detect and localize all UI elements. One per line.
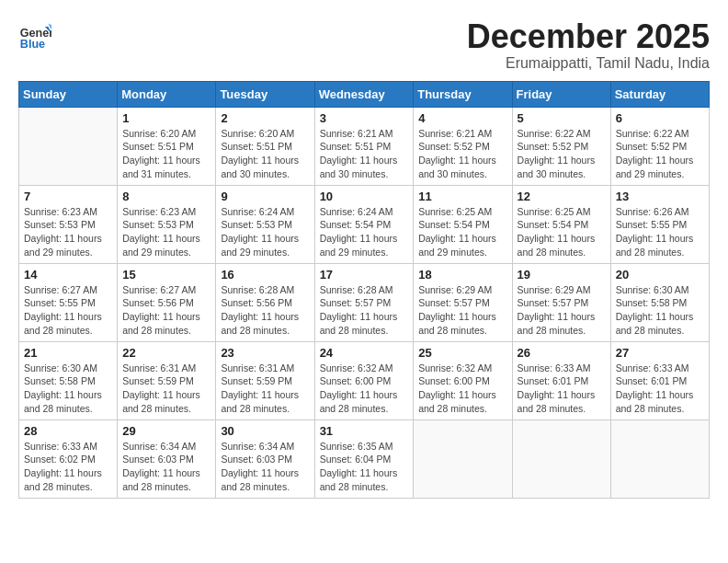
day-info: Sunrise: 6:28 AM Sunset: 5:56 PM Dayligh… [221,283,309,338]
calendar-cell: 22Sunrise: 6:31 AM Sunset: 5:59 PM Dayli… [118,341,216,419]
column-header-monday: Monday [118,81,216,107]
day-number: 20 [616,268,704,282]
week-row-4: 21Sunrise: 6:30 AM Sunset: 5:58 PM Dayli… [19,341,710,419]
day-info: Sunrise: 6:27 AM Sunset: 5:55 PM Dayligh… [24,283,112,338]
day-info: Sunrise: 6:25 AM Sunset: 5:54 PM Dayligh… [418,205,506,259]
calendar-cell: 6Sunrise: 6:22 AM Sunset: 5:52 PM Daylig… [610,107,709,185]
calendar-cell: 17Sunrise: 6:28 AM Sunset: 5:57 PM Dayli… [314,263,414,341]
day-number: 10 [320,190,409,203]
logo: General Blue [18,18,55,52]
logo-icon: General Blue [18,18,51,52]
day-info: Sunrise: 6:20 AM Sunset: 5:51 PM Dayligh… [221,127,309,181]
calendar-cell: 12Sunrise: 6:25 AM Sunset: 5:54 PM Dayli… [512,185,610,263]
calendar-cell: 9Sunrise: 6:24 AM Sunset: 5:53 PM Daylig… [216,185,314,263]
day-info: Sunrise: 6:29 AM Sunset: 5:57 PM Dayligh… [418,283,506,338]
day-info: Sunrise: 6:33 AM Sunset: 6:01 PM Dayligh… [616,362,704,416]
day-number: 22 [122,346,210,360]
calendar-cell: 18Sunrise: 6:29 AM Sunset: 5:57 PM Dayli… [414,263,512,341]
day-info: Sunrise: 6:34 AM Sunset: 6:03 PM Dayligh… [122,440,210,494]
month-title: December 2025 [467,18,710,55]
svg-text:Blue: Blue [20,38,45,51]
day-number: 17 [320,268,409,282]
day-info: Sunrise: 6:27 AM Sunset: 5:56 PM Dayligh… [122,283,210,338]
day-number: 28 [24,424,112,438]
page-header: General Blue December 2025 Erumaippatti,… [18,18,710,72]
day-info: Sunrise: 6:22 AM Sunset: 5:52 PM Dayligh… [518,127,606,181]
day-number: 31 [320,424,409,438]
calendar-cell: 28Sunrise: 6:33 AM Sunset: 6:02 PM Dayli… [19,419,118,498]
calendar-cell: 7Sunrise: 6:23 AM Sunset: 5:53 PM Daylig… [19,185,118,263]
calendar-cell: 31Sunrise: 6:35 AM Sunset: 6:04 PM Dayli… [314,419,414,498]
day-number: 25 [418,346,506,360]
calendar-cell: 8Sunrise: 6:23 AM Sunset: 5:53 PM Daylig… [118,185,216,263]
day-number: 15 [122,268,210,282]
title-block: December 2025 Erumaippatti, Tamil Nadu, … [467,18,710,72]
day-info: Sunrise: 6:35 AM Sunset: 6:04 PM Dayligh… [320,440,409,494]
day-number: 12 [518,190,606,203]
calendar-header-row: SundayMondayTuesdayWednesdayThursdayFrid… [19,81,710,107]
day-number: 5 [518,111,606,125]
column-header-friday: Friday [512,81,610,107]
day-number: 16 [221,268,309,282]
calendar-cell: 24Sunrise: 6:32 AM Sunset: 6:00 PM Dayli… [314,341,414,419]
day-info: Sunrise: 6:30 AM Sunset: 5:58 PM Dayligh… [616,283,704,338]
calendar-cell: 15Sunrise: 6:27 AM Sunset: 5:56 PM Dayli… [118,263,216,341]
column-header-saturday: Saturday [610,81,709,107]
day-number: 3 [320,111,409,125]
calendar-cell [414,419,512,498]
day-info: Sunrise: 6:34 AM Sunset: 6:03 PM Dayligh… [221,440,309,494]
day-number: 1 [122,111,210,125]
day-info: Sunrise: 6:33 AM Sunset: 6:01 PM Dayligh… [518,362,606,416]
day-number: 8 [122,190,210,203]
calendar-cell: 29Sunrise: 6:34 AM Sunset: 6:03 PM Dayli… [118,419,216,498]
calendar-cell [610,419,709,498]
day-info: Sunrise: 6:31 AM Sunset: 5:59 PM Dayligh… [221,362,309,416]
day-info: Sunrise: 6:28 AM Sunset: 5:57 PM Dayligh… [320,283,409,338]
column-header-sunday: Sunday [19,81,118,107]
day-info: Sunrise: 6:20 AM Sunset: 5:51 PM Dayligh… [122,127,210,181]
day-number: 29 [122,424,210,438]
day-number: 4 [418,111,506,125]
location-subtitle: Erumaippatti, Tamil Nadu, India [467,55,710,72]
calendar-cell: 2Sunrise: 6:20 AM Sunset: 5:51 PM Daylig… [216,107,314,185]
column-header-tuesday: Tuesday [216,81,314,107]
day-number: 21 [24,346,112,360]
day-number: 18 [418,268,506,282]
calendar-cell: 26Sunrise: 6:33 AM Sunset: 6:01 PM Dayli… [512,341,610,419]
day-info: Sunrise: 6:23 AM Sunset: 5:53 PM Dayligh… [122,205,210,259]
calendar-cell: 21Sunrise: 6:30 AM Sunset: 5:58 PM Dayli… [19,341,118,419]
calendar-cell: 19Sunrise: 6:29 AM Sunset: 5:57 PM Dayli… [512,263,610,341]
day-info: Sunrise: 6:26 AM Sunset: 5:55 PM Dayligh… [616,205,704,259]
calendar-cell: 1Sunrise: 6:20 AM Sunset: 5:51 PM Daylig… [118,107,216,185]
day-info: Sunrise: 6:32 AM Sunset: 6:00 PM Dayligh… [320,362,409,416]
day-number: 6 [616,111,704,125]
column-header-wednesday: Wednesday [314,81,414,107]
calendar-cell: 25Sunrise: 6:32 AM Sunset: 6:00 PM Dayli… [414,341,512,419]
day-info: Sunrise: 6:24 AM Sunset: 5:54 PM Dayligh… [320,205,409,259]
day-number: 30 [221,424,309,438]
day-number: 13 [616,190,704,203]
day-info: Sunrise: 6:33 AM Sunset: 6:02 PM Dayligh… [24,440,112,494]
day-number: 24 [320,346,409,360]
calendar-cell: 27Sunrise: 6:33 AM Sunset: 6:01 PM Dayli… [610,341,709,419]
day-info: Sunrise: 6:21 AM Sunset: 5:51 PM Dayligh… [320,127,409,181]
day-number: 2 [221,111,309,125]
day-info: Sunrise: 6:32 AM Sunset: 6:00 PM Dayligh… [418,362,506,416]
day-number: 11 [418,190,506,203]
day-info: Sunrise: 6:24 AM Sunset: 5:53 PM Dayligh… [221,205,309,259]
calendar-cell: 13Sunrise: 6:26 AM Sunset: 5:55 PM Dayli… [610,185,709,263]
calendar-cell [512,419,610,498]
calendar-cell: 5Sunrise: 6:22 AM Sunset: 5:52 PM Daylig… [512,107,610,185]
day-number: 14 [24,268,112,282]
calendar-cell: 30Sunrise: 6:34 AM Sunset: 6:03 PM Dayli… [216,419,314,498]
day-number: 23 [221,346,309,360]
day-number: 26 [518,346,606,360]
calendar-cell: 14Sunrise: 6:27 AM Sunset: 5:55 PM Dayli… [19,263,118,341]
week-row-5: 28Sunrise: 6:33 AM Sunset: 6:02 PM Dayli… [19,419,710,498]
calendar-cell: 23Sunrise: 6:31 AM Sunset: 5:59 PM Dayli… [216,341,314,419]
day-info: Sunrise: 6:31 AM Sunset: 5:59 PM Dayligh… [122,362,210,416]
calendar-cell [19,107,118,185]
day-info: Sunrise: 6:22 AM Sunset: 5:52 PM Dayligh… [616,127,704,181]
day-info: Sunrise: 6:29 AM Sunset: 5:57 PM Dayligh… [518,283,606,338]
day-number: 9 [221,190,309,203]
